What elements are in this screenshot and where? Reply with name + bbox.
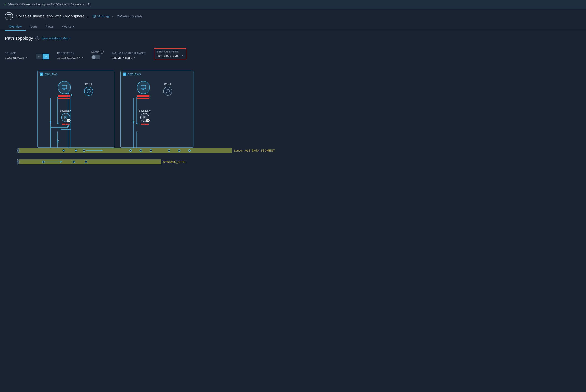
section-header: Path Topology i View in Network Map ↗ <box>5 36 581 41</box>
main-content: Path Topology i View in Network Map ↗ So… <box>0 31 586 179</box>
tab-flows[interactable]: Flows <box>42 23 58 31</box>
header-bar: VM sales_invoice_app_vm4 - VM vsphere_..… <box>0 9 586 31</box>
svg-point-23 <box>130 150 132 152</box>
esxi-tn3-container: ▪ ESXi_TN-3 ECMP <box>120 71 193 148</box>
ecmp-label: ECMP <box>91 50 99 53</box>
source-label: Source <box>5 52 28 55</box>
svg-point-7 <box>144 116 145 117</box>
secondary-bars-tn2 <box>62 124 70 125</box>
svg-rect-0 <box>7 14 11 17</box>
info-icon[interactable]: i <box>36 36 39 40</box>
secondary-badge-tn3: +2 <box>146 119 150 122</box>
path-via-lb-dropdown[interactable]: test-vs-l7-scale <box>112 56 146 59</box>
direction-forward-button[interactable]: → <box>43 54 49 59</box>
svg-point-24 <box>140 150 142 152</box>
refreshing-status: (Refreshing disabled) <box>117 15 142 18</box>
svg-text:⇄: ⇄ <box>17 150 18 152</box>
service-engine-control: Service Engine nsxt_cloud_ove... <box>154 48 187 59</box>
secondary-label-tn3: Secondary <box>139 110 150 112</box>
ecmp-info-icon[interactable]: i <box>100 50 104 54</box>
source-dropdown[interactable]: 192.168.40.23 <box>5 56 28 59</box>
ecmp-control: ECMP i <box>91 50 104 59</box>
ecmp-node-tn3[interactable]: ECMP <box>163 83 172 96</box>
service-engine-dropdown[interactable]: nsxt_cloud_ove... <box>157 54 184 57</box>
svg-point-26 <box>168 150 170 152</box>
svg-rect-17 <box>19 148 232 153</box>
destination-dropdown[interactable]: 192.168.100.177 <box>57 56 83 59</box>
svg-rect-5 <box>141 86 146 89</box>
svg-text:⇄: ⇄ <box>17 161 18 163</box>
secondary-label-tn2: Secondary <box>60 110 71 112</box>
svg-text:London_ALB_DATA_SEGMENT: London_ALB_DATA_SEGMENT <box>234 149 275 152</box>
secondary-node-tn3[interactable]: Secondary +2 <box>139 110 150 125</box>
notification-bar: ✓ VMware VM 'sales_invoice_app_vm4' to V… <box>0 0 586 9</box>
time-chevron-icon <box>112 16 114 17</box>
view-network-map-link[interactable]: View in Network Map ↗ <box>42 37 71 40</box>
svg-point-28 <box>188 150 190 152</box>
vm-label-bar-tn3 <box>137 95 149 97</box>
svg-rect-2 <box>62 86 67 89</box>
source-value-row: 192.168.40.23 <box>5 56 28 59</box>
destination-label: Destination <box>57 52 83 55</box>
esxi-tn2-label: ▪ ESXi_TN-2 <box>40 72 58 76</box>
controls-row: Source 192.168.40.23 ← → Destination 192… <box>5 45 581 62</box>
direction-buttons: ← → <box>36 54 49 59</box>
direction-back-button[interactable]: ← <box>36 54 42 59</box>
tab-overview[interactable]: Overview <box>5 23 26 31</box>
notification-text: VMware VM 'sales_invoice_app_vm4' to VMw… <box>8 3 91 6</box>
external-link-icon: ↗ <box>69 37 71 40</box>
svg-point-34 <box>73 161 75 163</box>
vm-label-bar-tn2 <box>58 95 70 97</box>
svg-point-31 <box>17 160 20 164</box>
svg-text:DYNAMIC_APPS: DYNAMIC_APPS <box>163 160 185 164</box>
se-chevron-icon <box>182 55 183 56</box>
secondary-circle-tn3: +2 <box>140 113 149 122</box>
esxi-tn3-icon: ▪ <box>123 72 126 76</box>
destination-control: Destination 192.168.100.177 <box>57 52 83 59</box>
esxi-tn2-icon: ▪ <box>40 72 43 76</box>
svg-rect-30 <box>19 160 161 164</box>
svg-point-33 <box>42 161 44 163</box>
secondary-circle-tn2: +3 <box>61 113 70 122</box>
tab-alerts[interactable]: Alerts <box>26 23 42 31</box>
secondary-node-tn2[interactable]: Secondary +3 <box>60 110 71 125</box>
vm-icon <box>5 12 13 20</box>
metrics-chevron-icon <box>73 26 74 27</box>
ecmp-node-tn2[interactable]: ECMP <box>84 83 93 96</box>
service-engine-label: Service Engine <box>157 50 184 53</box>
svg-point-35 <box>85 161 87 163</box>
page-title: VM sales_invoice_app_vm4 - VM vsphere_..… <box>16 14 89 18</box>
svg-point-4 <box>65 116 66 117</box>
lb-chevron-icon <box>134 57 135 58</box>
source-chevron-icon <box>26 57 28 58</box>
time-badge[interactable]: 12 min ago <box>93 14 113 18</box>
ecmp-toggle[interactable] <box>91 55 100 59</box>
check-icon: ✓ <box>4 2 7 6</box>
vm-circle-tn3 <box>137 81 150 94</box>
esxi-tn2-container: ▪ ESXi_TN-2 ECMP <box>37 71 114 148</box>
header-top: VM sales_invoice_app_vm4 - VM vsphere_..… <box>5 12 581 20</box>
ecmp-label-tn2: ECMP <box>85 83 92 86</box>
ecmp-circle-tn2 <box>84 87 93 96</box>
path-via-lb-label: Path via Load Balancer <box>112 52 146 55</box>
esxi-tn3-label: ▪ ESXi_TN-3 <box>123 72 141 76</box>
vm-label-bar2-tn3 <box>137 98 149 99</box>
svg-point-18 <box>17 148 20 153</box>
destination-chevron-icon <box>82 57 83 58</box>
svg-point-20 <box>63 150 65 152</box>
section-title: Path Topology <box>5 36 33 41</box>
secondary-badge-tn2: +3 <box>67 119 71 122</box>
ecmp-circle-tn3 <box>163 87 172 96</box>
svg-point-21 <box>75 150 77 152</box>
vm-node-tn2[interactable] <box>58 81 71 99</box>
svg-point-27 <box>178 150 180 152</box>
time-label: 12 min ago <box>97 15 110 18</box>
svg-point-25 <box>150 150 152 152</box>
svg-point-22 <box>83 150 85 152</box>
tab-metrics[interactable]: Metrics <box>58 23 78 31</box>
topology-diagram: ▪ ESXi_TN-2 ECMP <box>17 69 301 174</box>
vm-circle-tn2 <box>58 81 71 94</box>
vm-node-tn3[interactable] <box>137 81 150 99</box>
source-control: Source 192.168.40.23 <box>5 52 28 59</box>
secondary-bars-tn3 <box>141 124 149 125</box>
